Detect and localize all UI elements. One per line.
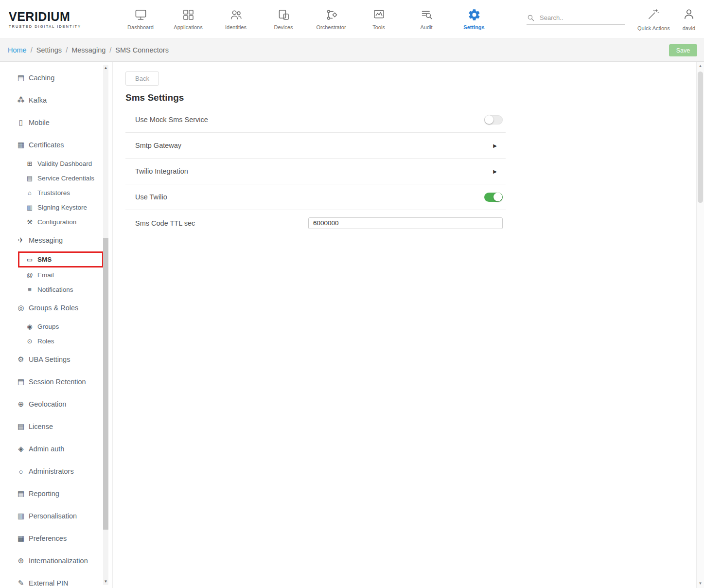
nav-label: Orchestrator (316, 24, 346, 30)
groups-icon: ◉ (25, 323, 35, 330)
sidebar-item-geolocation[interactable]: ⊕Geolocation (0, 393, 112, 415)
use-mock-sms-service-toggle[interactable] (484, 115, 503, 125)
sidebar-item-email[interactable]: @Email (0, 267, 112, 282)
sidebar-item-label: Groups & Roles (29, 304, 78, 312)
sidebar-item-label: Roles (37, 338, 54, 345)
tools-icon (372, 8, 386, 21)
nav-settings[interactable]: Settings (450, 8, 498, 30)
nav-audit[interactable]: Audit (403, 8, 450, 30)
sidebar-item-label: SMS (37, 256, 52, 263)
sidebar-item-label: UBA Settings (29, 356, 70, 363)
sidebar-item-preferences[interactable]: ▦Preferences (0, 527, 112, 550)
sidebar-item-label: License (29, 423, 53, 430)
logo-title: VERIDIUM (9, 10, 96, 24)
certificates-icon: ▦ (16, 141, 26, 149)
roles-icon: ⊙ (25, 338, 35, 345)
sidebar-item-admin-auth[interactable]: ◈Admin auth (0, 438, 112, 460)
sms-code-ttl-input[interactable] (308, 217, 503, 229)
sidebar-item-uba-settings[interactable]: ⚙UBA Settings (0, 348, 112, 371)
sidebar-item-administrators[interactable]: ○Administrators (0, 460, 112, 482)
nav-label: Tools (372, 24, 385, 30)
logo-tagline: TRUSTED DIGITAL IDENTITY (9, 24, 96, 29)
user-menu[interactable]: david (683, 8, 695, 31)
sidebar-item-groups[interactable]: ◉Groups (0, 319, 112, 334)
page-scroll-down-icon[interactable]: ▼ (697, 581, 704, 587)
breadcrumb-home[interactable]: Home (8, 46, 27, 54)
setting-row-use-twilio: Use Twilio (125, 184, 506, 210)
dashboard-icon (134, 8, 147, 21)
page-scrollbar[interactable]: ▲ ▼ (696, 62, 704, 588)
sidebar-scrollbar-thumb[interactable] (103, 238, 108, 530)
service-credentials-icon: ▤ (25, 175, 35, 182)
sidebar-item-license[interactable]: ▤License (0, 415, 112, 438)
sidebar-item-external-pin[interactable]: ✎External PIN (0, 572, 112, 588)
sidebar-item-mobile[interactable]: ▯Mobile (0, 111, 112, 134)
breadcrumb-settings[interactable]: Settings (36, 46, 62, 54)
identities-icon (229, 8, 243, 21)
sidebar-item-caching[interactable]: ▤Caching (0, 67, 112, 89)
sidebar-item-groups-roles[interactable]: ◎Groups & Roles (0, 297, 112, 319)
nav-identities[interactable]: Identities (212, 8, 260, 30)
sidebar-item-label: Session Retention (29, 378, 86, 386)
sidebar-item-messaging[interactable]: ✈Messaging (0, 229, 112, 251)
notifications-icon: ≡ (25, 286, 35, 293)
breadcrumb-messaging[interactable]: Messaging (71, 46, 106, 54)
page-scrollbar-thumb[interactable] (698, 71, 703, 203)
sidebar-item-label: Geolocation (29, 400, 66, 408)
sidebar-item-label: Signing Keystore (37, 204, 87, 211)
back-button[interactable]: Back (125, 71, 159, 86)
save-button[interactable]: Save (669, 44, 697, 56)
nav-applications[interactable]: Applications (164, 8, 212, 30)
use-twilio-toggle[interactable] (484, 193, 503, 202)
settings-icon (468, 8, 481, 21)
expand-arrow-icon[interactable]: ▶ (493, 143, 503, 148)
sms-settings-form: Use Mock Sms Service Smtp Gateway ▶ Twil… (125, 107, 506, 236)
sidebar-item-roles[interactable]: ⊙Roles (0, 334, 112, 348)
sidebar-item-validity-dashboard[interactable]: ⊞Validity Dashboard (0, 156, 112, 171)
sidebar-item-signing-keystore[interactable]: ▥Signing Keystore (0, 200, 112, 214)
setting-label: Sms Code TTL sec (135, 219, 195, 227)
setting-row-twilio-integration[interactable]: Twilio Integration ▶ (125, 159, 506, 184)
veridium-logo[interactable]: VERIDIUM TRUSTED DIGITAL IDENTITY (9, 10, 96, 29)
nav-tools[interactable]: Tools (355, 8, 403, 30)
nav-label: Identities (225, 24, 246, 30)
sidebar-item-session-retention[interactable]: ▤Session Retention (0, 371, 112, 393)
search-input[interactable] (540, 14, 617, 21)
sidebar-item-reporting[interactable]: ▤Reporting (0, 482, 112, 505)
expand-arrow-icon[interactable]: ▶ (493, 169, 503, 174)
sidebar-item-certificates[interactable]: ▦Certificates (0, 134, 112, 156)
sidebar-item-sms[interactable]: ▭SMS (18, 251, 104, 267)
sidebar-scroll-down-icon[interactable]: ▼ (103, 579, 108, 584)
administrators-icon: ○ (16, 467, 26, 476)
sidebar-item-configuration[interactable]: ⚒Configuration (0, 214, 112, 229)
sidebar-item-service-credentials[interactable]: ▤Service Credentials (0, 171, 112, 185)
sidebar-item-truststores[interactable]: ⌂Truststores (0, 185, 112, 200)
sidebar-item-label: Preferences (29, 535, 67, 542)
nav-orchestrator[interactable]: Orchestrator (307, 8, 355, 30)
sidebar-item-label: Reporting (29, 490, 59, 498)
sidebar-scroll-up-icon[interactable]: ▲ (103, 66, 108, 71)
sidebar-item-personalisation[interactable]: ▥Personalisation (0, 505, 112, 527)
sidebar-item-kafka[interactable]: ⁂Kafka (0, 89, 112, 111)
setting-label: Smtp Gateway (135, 142, 181, 149)
sidebar-scrollbar[interactable]: ▲ ▼ (103, 65, 108, 585)
main-nav: DashboardApplicationsIdentitiesDevicesOr… (117, 8, 498, 30)
sidebar-item-label: Service Credentials (37, 175, 94, 182)
user-icon (683, 8, 695, 22)
configuration-icon: ⚒ (25, 218, 35, 226)
sidebar: ▤Caching⁂Kafka▯Mobile▦Certificates⊞Valid… (0, 62, 113, 588)
nav-devices[interactable]: Devices (260, 8, 307, 30)
page-scroll-up-icon[interactable]: ▲ (697, 63, 704, 69)
sidebar-item-internationalization[interactable]: ⊕Internationalization (0, 550, 112, 572)
sidebar-item-label: Groups (37, 323, 59, 330)
kafka-icon: ⁂ (16, 96, 26, 105)
nav-dashboard[interactable]: Dashboard (117, 8, 164, 30)
devices-icon (277, 8, 290, 21)
setting-row-smtp-gateway[interactable]: Smtp Gateway ▶ (125, 133, 506, 159)
sidebar-item-label: Personalisation (29, 512, 77, 520)
sidebar-item-notifications[interactable]: ≡Notifications (0, 282, 112, 297)
breadcrumb-separator: / (109, 46, 111, 54)
signing-keystore-icon: ▥ (25, 204, 35, 211)
toggle-knob (485, 115, 493, 124)
quick-actions-button[interactable]: Quick Actions (637, 8, 670, 31)
